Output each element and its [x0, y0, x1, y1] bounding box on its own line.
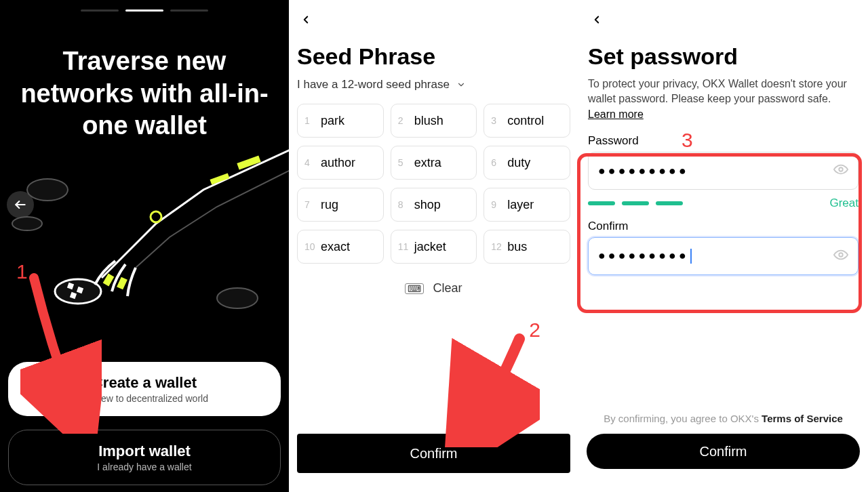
seed-word-input[interactable]: 6duty — [484, 146, 570, 180]
set-password-title: Set password — [588, 43, 859, 70]
seed-word-input[interactable]: 9layer — [484, 188, 570, 222]
confirm-label: Confirm — [588, 220, 859, 233]
seed-length-dropdown[interactable]: I have a 12-word seed phrase — [297, 78, 570, 91]
confirm-button[interactable]: Confirm — [297, 434, 570, 473]
chevron-left-icon — [300, 12, 312, 28]
svg-rect-5 — [77, 287, 83, 293]
seed-word-input[interactable]: 5extra — [391, 146, 477, 180]
back-button[interactable] — [7, 191, 34, 218]
eye-icon[interactable] — [833, 247, 848, 265]
svg-point-7 — [217, 288, 258, 308]
seed-word-number: 5 — [398, 157, 408, 168]
learn-more-link[interactable]: Learn more — [588, 108, 644, 120]
create-wallet-title: Create a wallet — [22, 374, 267, 392]
terms-link[interactable]: Terms of Service — [762, 413, 843, 424]
seed-word-number: 8 — [398, 199, 408, 210]
import-wallet-title: Import wallet — [22, 443, 267, 460]
seed-word-number: 1 — [304, 115, 314, 126]
seed-word-number: 2 — [398, 115, 408, 126]
seed-word-number: 7 — [304, 199, 314, 210]
svg-point-10 — [151, 211, 161, 222]
svg-point-13 — [839, 167, 843, 171]
seed-word-input[interactable]: 2blush — [391, 104, 477, 138]
seed-word-text: author — [321, 156, 355, 170]
password-input[interactable]: ●●●●●●●●● — [588, 152, 859, 190]
svg-point-2 — [12, 217, 42, 230]
seed-word-text: shop — [414, 198, 441, 212]
svg-point-3 — [55, 279, 101, 304]
chevron-left-icon — [591, 12, 603, 28]
seed-word-grid: 1park2blush3control4author5extra6duty7ru… — [297, 104, 570, 264]
seed-phrase-panel: Seed Phrase I have a 12-word seed phrase… — [289, 0, 578, 492]
seed-word-text: bus — [507, 240, 527, 254]
eye-icon[interactable] — [833, 162, 848, 180]
seed-word-input[interactable]: 12bus — [484, 230, 570, 264]
progress-indicator — [0, 0, 289, 12]
password-mask: ●●●●●●●●● — [598, 164, 827, 178]
seed-word-input[interactable]: 10exact — [297, 230, 384, 264]
confirm-button[interactable]: Confirm — [587, 434, 860, 469]
svg-rect-9 — [210, 173, 229, 184]
svg-rect-12 — [117, 277, 127, 290]
svg-point-14 — [839, 253, 843, 257]
svg-rect-11 — [103, 274, 115, 287]
chevron-down-icon — [456, 80, 466, 89]
desc-text: To protect your privacy, OKX Wallet does… — [588, 78, 847, 104]
seed-word-text: rug — [321, 198, 338, 212]
seed-length-label: I have a 12-word seed phrase — [297, 78, 450, 91]
seed-word-number: 9 — [491, 199, 500, 210]
seed-word-text: blush — [414, 114, 443, 128]
seed-word-input[interactable]: 4author — [297, 146, 384, 180]
onboarding-illustration — [0, 142, 289, 332]
tos-prefix: By confirming, you agree to OKX's — [604, 413, 762, 424]
confirm-password-input[interactable]: ●●●●●●●●● — [588, 237, 859, 275]
annotation-number-2: 2 — [529, 319, 540, 342]
password-label: Password — [588, 134, 859, 148]
keyboard-icon: ⌨ — [405, 283, 424, 294]
seed-word-text: extra — [414, 156, 441, 170]
seed-word-number: 4 — [304, 157, 314, 168]
svg-rect-4 — [67, 283, 74, 289]
back-button[interactable] — [588, 7, 615, 37]
seed-word-input[interactable]: 7rug — [297, 188, 384, 222]
seed-word-text: park — [321, 114, 344, 128]
onboarding-panel: Traverse new networks with all-in-one wa… — [0, 0, 289, 492]
seed-word-number: 10 — [304, 241, 314, 252]
strength-label: Great — [829, 197, 859, 210]
svg-rect-8 — [237, 155, 260, 169]
confirm-label: Confirm — [699, 444, 747, 459]
confirm-label: Confirm — [410, 446, 457, 461]
arrow-left-icon — [14, 198, 27, 211]
seed-phrase-title: Seed Phrase — [297, 43, 570, 70]
seed-word-text: layer — [507, 198, 534, 212]
back-button[interactable] — [297, 7, 324, 37]
seed-word-number: 6 — [491, 157, 500, 168]
seed-word-number: 11 — [398, 241, 408, 252]
clear-button[interactable]: ⌨ Clear — [297, 281, 570, 295]
terms-text: By confirming, you agree to OKX's Terms … — [588, 413, 859, 424]
set-password-description: To protect your privacy, OKX Wallet does… — [588, 77, 859, 122]
seed-word-text: duty — [507, 156, 530, 170]
seed-word-input[interactable]: 1park — [297, 104, 384, 138]
seed-word-text: exact — [321, 240, 350, 254]
create-wallet-button[interactable]: Create a wallet I'm new to decentralized… — [8, 362, 281, 416]
seed-word-input[interactable]: 8shop — [391, 188, 477, 222]
onboarding-title: Traverse new networks with all-in-one wa… — [0, 12, 289, 156]
import-wallet-subtitle: I already have a wallet — [22, 462, 267, 472]
svg-point-1 — [27, 179, 68, 201]
seed-word-number: 3 — [491, 115, 500, 126]
svg-rect-6 — [70, 292, 77, 299]
set-password-panel: Set password To protect your privacy, OK… — [578, 0, 868, 492]
annotation-number-1: 1 — [16, 260, 28, 283]
annotation-arrow-2 — [445, 332, 540, 447]
seed-word-text: jacket — [414, 240, 446, 254]
seed-word-input[interactable]: 11jacket — [391, 230, 477, 264]
confirm-mask: ●●●●●●●●● — [598, 249, 827, 264]
import-wallet-button[interactable]: Import wallet I already have a wallet — [8, 430, 281, 485]
password-strength: Great — [588, 197, 859, 210]
seed-word-number: 12 — [491, 241, 500, 252]
seed-word-text: control — [507, 114, 544, 128]
create-wallet-subtitle: I'm new to decentralized world — [22, 393, 267, 404]
seed-word-input[interactable]: 3control — [484, 104, 570, 138]
clear-label: Clear — [433, 281, 462, 295]
